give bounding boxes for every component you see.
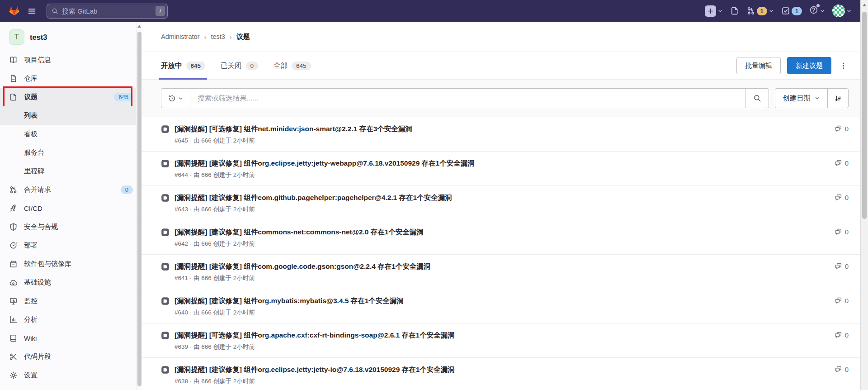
- sidebar-item-settings[interactable]: 设置: [0, 366, 142, 385]
- tab-label: 全部: [274, 61, 288, 71]
- issue-comments-count[interactable]: 0: [835, 228, 849, 236]
- sidebar-item-collapse-sidebar[interactable]: 收起侧边栏: [0, 385, 142, 390]
- issue-comments-count[interactable]: 0: [835, 297, 849, 304]
- scrollbar-arrow-up-icon[interactable]: [137, 25, 141, 28]
- issue-type-icon: [161, 194, 170, 202]
- search-shortcut-kbd: /: [156, 6, 165, 16]
- issue-comments-count[interactable]: 0: [835, 194, 849, 201]
- sidebar-item-snippets[interactable]: 代码片段: [0, 347, 142, 366]
- user-menu-button[interactable]: [829, 5, 855, 17]
- sidebar-item-project-info[interactable]: 项目信息: [0, 51, 142, 69]
- issues-state-tabs: 开放中645已关闭0全部645 批量编辑 新建议题: [142, 52, 860, 80]
- issue-row: [漏洞提醒] [建议修复] 组件org.eclipse.jetty:jetty-…: [142, 152, 860, 186]
- monitor-icon: [9, 297, 18, 305]
- tab-all[interactable]: 全部645: [274, 52, 311, 79]
- global-search[interactable]: /: [47, 4, 168, 19]
- sort-direction-button[interactable]: [827, 89, 848, 108]
- issue-title-link[interactable]: [漏洞提醒] [建议修复] 组件com.google.code.gson:gso…: [175, 262, 830, 271]
- navbar-todos-button[interactable]: 1: [778, 6, 805, 15]
- tab-open[interactable]: 开放中645: [161, 52, 205, 79]
- tab-count-badge: 645: [292, 62, 311, 70]
- scrollbar-arrow-up-icon[interactable]: [863, 4, 866, 6]
- sidebar-item-ci-cd[interactable]: CI/CD: [0, 199, 142, 218]
- sidebar-item-repository[interactable]: 仓库: [0, 69, 142, 88]
- gitlab-logo-icon[interactable]: [8, 5, 20, 17]
- sidebar-item-monitor[interactable]: 监控: [0, 292, 142, 310]
- chevron-down-icon: [178, 96, 183, 101]
- tab-label: 已关闭: [221, 61, 242, 71]
- sidebar-item-issues[interactable]: 议题645: [0, 88, 142, 106]
- global-search-input[interactable]: [62, 7, 152, 15]
- hamburger-menu-button[interactable]: [23, 2, 40, 19]
- issue-title-link[interactable]: [漏洞提醒] [建议修复] 组件com.github.pagehelper:pa…: [175, 193, 830, 202]
- sidebar-item-boards[interactable]: 看板: [0, 125, 142, 143]
- sidebar-scrollbar-thumb[interactable]: [137, 32, 142, 386]
- help-wrap: [809, 5, 818, 16]
- issue-title-link[interactable]: [漏洞提醒] [建议修复] 组件commons-net:commons-net@…: [175, 227, 830, 237]
- sidebar-item-security-compliance[interactable]: 安全与合规: [0, 218, 142, 236]
- sidebar-item-label: 项目信息: [24, 56, 51, 64]
- filter-search-input[interactable]: [190, 89, 745, 108]
- shield-icon: [9, 223, 18, 231]
- breadcrumb-link[interactable]: test3: [211, 33, 225, 40]
- user-avatar: [832, 5, 845, 17]
- issue-comments-count[interactable]: 0: [835, 159, 849, 167]
- project-header[interactable]: T test3: [0, 22, 142, 51]
- filter-search-button[interactable]: [745, 89, 769, 108]
- sidebar-item-analytics[interactable]: 分析: [0, 310, 142, 329]
- navbar-merge-requests-button[interactable]: 1: [743, 6, 777, 15]
- sort-by-dropdown[interactable]: 创建日期: [775, 89, 827, 108]
- issue-title-link[interactable]: [漏洞提醒] [建议修复] 组件org.eclipse.jetty:jetty-…: [175, 365, 830, 374]
- sidebar-item-milestones[interactable]: 里程碑: [0, 162, 142, 181]
- sidebar-item-label: 合并请求: [24, 185, 51, 194]
- recent-searches-button[interactable]: [161, 89, 190, 108]
- issues-filter-searchbar: [161, 88, 769, 108]
- sidebar-item-wiki[interactable]: Wiki: [0, 329, 142, 347]
- bulk-edit-button[interactable]: 批量编辑: [736, 57, 781, 74]
- deploy-icon: [9, 241, 18, 250]
- issue-comments-count[interactable]: 0: [835, 366, 849, 373]
- sort-desc-icon: [834, 95, 842, 102]
- navbar-issues-button[interactable]: [727, 6, 742, 15]
- tab-actions: 批量编辑 新建议题: [736, 57, 849, 74]
- sort-controls: 创建日期: [775, 88, 849, 108]
- issue-title-link[interactable]: [漏洞提醒] [可选修复] 组件net.minidev:json-smart@2…: [175, 124, 830, 133]
- page-scrollbar-thumb[interactable]: [862, 12, 867, 219]
- new-menu-button[interactable]: [702, 5, 726, 17]
- issue-title-link[interactable]: [漏洞提醒] [建议修复] 组件org.mybatis:mybatis@3.4.…: [175, 296, 830, 305]
- issue-title-link[interactable]: [漏洞提醒] [建议修复] 组件org.eclipse.jetty:jetty-…: [175, 158, 830, 168]
- issue-meta: #638 · 由 666 创建于 2小时前: [175, 377, 830, 385]
- kebab-icon: [840, 62, 847, 70]
- comments-count: 0: [845, 262, 849, 270]
- comments-count: 0: [845, 366, 849, 373]
- issue-comments-count[interactable]: 0: [835, 331, 849, 339]
- help-menu-button[interactable]: [806, 5, 828, 16]
- project-sidebar: T test3 项目信息仓库议题645列表看板服务台里程碑合并请求0CI/CD安…: [0, 22, 142, 390]
- sidebar-item-issue-list[interactable]: 列表: [0, 106, 142, 125]
- sidebar-scrollbar[interactable]: [136, 22, 142, 390]
- notification-dot: [816, 4, 820, 7]
- issue-comments-count[interactable]: 0: [835, 262, 849, 270]
- new-issue-button[interactable]: 新建议题: [787, 57, 831, 74]
- sidebar-item-infrastructure[interactable]: 基础设施: [0, 273, 142, 292]
- navbar-right: 1 1: [702, 5, 855, 17]
- issue-main: [漏洞提醒] [可选修复] 组件net.minidev:json-smart@2…: [175, 124, 830, 145]
- chevron-down-icon: [846, 8, 852, 14]
- sidebar-item-merge-requests[interactable]: 合并请求0: [0, 181, 142, 199]
- sidebar-item-label: 安全与合规: [24, 223, 58, 231]
- issue-comments-count[interactable]: 0: [835, 125, 849, 133]
- breadcrumb-link[interactable]: Administrator: [161, 33, 199, 40]
- comments-count: 0: [845, 194, 849, 201]
- issue-title-link[interactable]: [漏洞提醒] [可选修复] 组件org.apache.cxf:cxf-rt-bi…: [175, 330, 830, 340]
- more-actions-button[interactable]: [838, 57, 849, 74]
- sidebar-item-deployments[interactable]: 部署: [0, 236, 142, 255]
- tab-closed[interactable]: 已关闭0: [221, 52, 258, 79]
- issue-row: [漏洞提醒] [可选修复] 组件net.minidev:json-smart@2…: [142, 117, 860, 152]
- breadcrumb-current: 议题: [236, 33, 250, 41]
- sidebar-item-label: 仓库: [24, 74, 38, 83]
- sidebar-item-label: 基础设施: [24, 278, 51, 287]
- sidebar-item-service-desk[interactable]: 服务台: [0, 143, 142, 162]
- page-scrollbar[interactable]: [860, 0, 868, 390]
- issue-meta: #639 · 由 666 创建于 2小时前: [175, 343, 830, 351]
- sidebar-item-packages-registries[interactable]: 软件包与镜像库: [0, 255, 142, 273]
